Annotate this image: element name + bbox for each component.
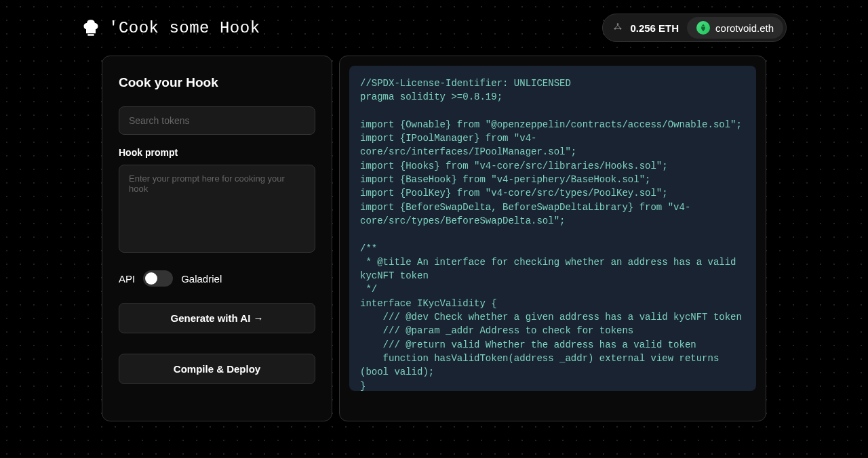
code-panel: //SPDX-License-Identifier: UNLICENSED pr… bbox=[339, 56, 766, 421]
wallet-balance: 0.256 ETH bbox=[630, 22, 679, 34]
logo-area: 'Cook some Hook bbox=[81, 18, 260, 37]
ens-pill[interactable]: corotvoid.eth bbox=[687, 17, 783, 39]
compile-deploy-button[interactable]: Compile & Deploy bbox=[119, 354, 315, 384]
panel-title: Cook your Hook bbox=[119, 75, 315, 90]
cook-panel: Cook your Hook Hook prompt API Galadriel… bbox=[102, 56, 332, 421]
network-icon bbox=[612, 22, 623, 33]
mode-toggle-row: API Galadriel bbox=[119, 270, 315, 287]
prompt-textarea[interactable] bbox=[119, 165, 315, 253]
code-editor[interactable]: //SPDX-License-Identifier: UNLICENSED pr… bbox=[349, 66, 756, 391]
ens-name: corotvoid.eth bbox=[715, 22, 774, 34]
mode-toggle[interactable] bbox=[143, 270, 173, 287]
generate-button[interactable]: Generate with AI → bbox=[119, 303, 315, 333]
toggle-label-api: API bbox=[119, 273, 135, 285]
header: 'Cook some Hook 0.256 ETH corotvoid.eth bbox=[0, 0, 868, 56]
wallet-connect[interactable]: 0.256 ETH corotvoid.eth bbox=[602, 14, 787, 42]
svg-point-0 bbox=[617, 23, 619, 25]
prompt-label: Hook prompt bbox=[119, 147, 315, 158]
main-content: Cook your Hook Hook prompt API Galadriel… bbox=[0, 56, 868, 421]
toggle-knob bbox=[145, 272, 157, 285]
toggle-label-galadriel: Galadriel bbox=[181, 273, 222, 285]
chef-hat-icon bbox=[81, 18, 100, 37]
app-title: 'Cook some Hook bbox=[108, 19, 260, 37]
avatar-icon bbox=[696, 21, 710, 35]
search-tokens-input[interactable] bbox=[119, 106, 315, 135]
